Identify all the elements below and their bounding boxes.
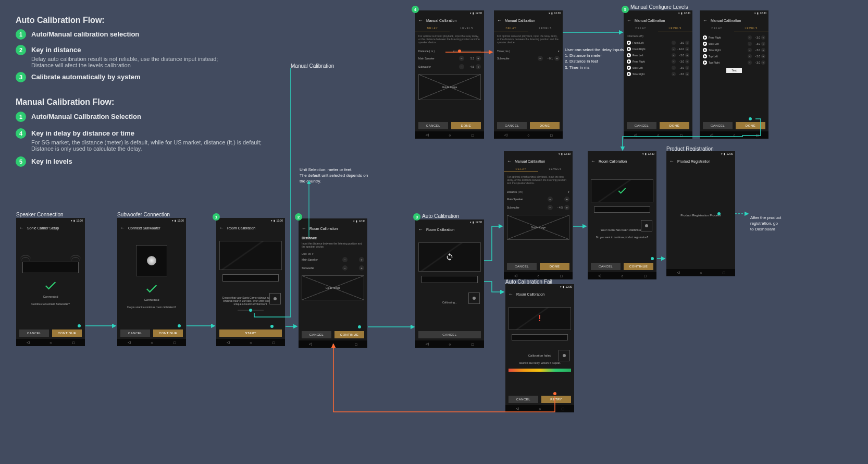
nav-recent-icon[interactable]: □ bbox=[723, 271, 725, 275]
nav-back-icon[interactable]: ◁ bbox=[128, 340, 130, 345]
tab-levels[interactable]: LEVELS bbox=[450, 25, 484, 31]
nav-recent-icon[interactable]: □ bbox=[472, 133, 474, 137]
continue-button[interactable]: CONTINUE bbox=[334, 331, 364, 338]
nav-home-icon[interactable]: ○ bbox=[250, 341, 252, 345]
back-icon[interactable]: ← bbox=[627, 18, 631, 23]
main-speaker-stepper[interactable]: −+ bbox=[342, 257, 364, 262]
back-icon[interactable]: ← bbox=[703, 18, 708, 23]
nav-recent-icon[interactable]: □ bbox=[756, 133, 758, 137]
nav-home-icon[interactable]: ○ bbox=[537, 274, 539, 278]
back-icon[interactable]: ← bbox=[120, 225, 125, 230]
done-button[interactable]: DONE bbox=[530, 122, 560, 129]
nav-home-icon[interactable]: ○ bbox=[700, 271, 702, 275]
done-button[interactable]: DONE bbox=[451, 122, 481, 129]
subwoofer-stepper[interactable]: −+ bbox=[342, 265, 364, 271]
cancel-button[interactable]: CANCEL bbox=[509, 396, 538, 403]
play-icon[interactable] bbox=[703, 54, 707, 58]
nav-home-icon[interactable]: ○ bbox=[449, 343, 451, 346]
play-icon[interactable] bbox=[703, 48, 707, 52]
play-icon[interactable] bbox=[627, 47, 631, 51]
test-button[interactable]: Test bbox=[726, 68, 742, 73]
back-icon[interactable]: ← bbox=[302, 226, 306, 231]
play-icon[interactable] bbox=[627, 53, 631, 57]
nav-home-icon[interactable]: ○ bbox=[49, 341, 52, 345]
nav-back-icon[interactable]: ◁ bbox=[598, 274, 601, 278]
start-button[interactable]: START bbox=[219, 329, 282, 337]
play-icon[interactable] bbox=[703, 42, 707, 46]
continue-button[interactable]: CONTINUE bbox=[153, 329, 183, 337]
nav-home-icon[interactable]: ○ bbox=[151, 341, 153, 345]
channel-stepper[interactable]: −- 3.0+ bbox=[672, 66, 689, 70]
nav-back-icon[interactable]: ◁ bbox=[227, 340, 229, 345]
back-icon[interactable]: ← bbox=[591, 158, 596, 164]
distance-slider[interactable] bbox=[455, 51, 481, 52]
play-icon[interactable] bbox=[627, 72, 631, 76]
main-speaker-stepper[interactable]: −+ bbox=[548, 197, 569, 202]
done-button[interactable]: DONE bbox=[540, 263, 569, 270]
nav-home-icon[interactable]: ○ bbox=[657, 133, 659, 137]
cancel-button[interactable]: CANCEL bbox=[120, 329, 150, 337]
play-icon[interactable] bbox=[627, 41, 631, 45]
cancel-button[interactable]: CANCEL bbox=[497, 122, 527, 129]
channel-stepper[interactable]: −- 3.0+ bbox=[672, 53, 689, 57]
nav-home-icon[interactable]: ○ bbox=[621, 274, 623, 278]
main-speaker-stepper[interactable]: −5.3+ bbox=[459, 56, 481, 61]
tab-delay[interactable]: DELAY bbox=[624, 25, 658, 31]
nav-back-icon[interactable]: ◁ bbox=[710, 133, 713, 137]
nav-home-icon[interactable]: ○ bbox=[449, 133, 451, 137]
tab-delay[interactable]: DELAY bbox=[494, 25, 528, 31]
back-icon[interactable]: ← bbox=[418, 227, 423, 232]
nav-recent-icon[interactable]: □ bbox=[472, 343, 474, 346]
nav-home-icon[interactable]: ○ bbox=[527, 133, 529, 137]
cancel-button[interactable]: CANCEL bbox=[507, 263, 537, 270]
nav-back-icon[interactable]: ◁ bbox=[426, 133, 428, 137]
nav-back-icon[interactable]: ◁ bbox=[27, 340, 29, 345]
chevron-down-icon[interactable]: ▾ bbox=[558, 50, 560, 53]
back-icon[interactable]: ← bbox=[497, 18, 502, 23]
nav-recent-icon[interactable]: □ bbox=[272, 341, 275, 345]
tab-delay[interactable]: DELAY bbox=[504, 166, 538, 172]
channel-stepper[interactable]: −- 3.0+ bbox=[672, 41, 689, 45]
channel-stepper[interactable]: −- 3.0+ bbox=[748, 60, 765, 65]
nav-recent-icon[interactable]: □ bbox=[560, 274, 562, 278]
channel-stepper[interactable]: −- 3.0+ bbox=[748, 48, 765, 52]
cancel-button[interactable]: CANCEL bbox=[591, 263, 621, 270]
cancel-button[interactable]: CANCEL bbox=[418, 122, 448, 129]
tab-levels[interactable]: LEVELS bbox=[528, 25, 563, 31]
continue-button[interactable]: CONTINUE bbox=[624, 263, 653, 270]
tab-delay[interactable]: DELAY bbox=[415, 25, 450, 31]
nav-recent-icon[interactable]: □ bbox=[562, 407, 564, 411]
back-icon[interactable]: ← bbox=[509, 291, 513, 297]
continue-button[interactable]: CONTINUE bbox=[52, 329, 82, 337]
retry-button[interactable]: RETRY bbox=[541, 396, 571, 403]
back-icon[interactable]: ← bbox=[219, 225, 224, 230]
play-icon[interactable] bbox=[627, 66, 631, 70]
nav-recent-icon[interactable]: □ bbox=[355, 343, 357, 346]
nav-back-icon[interactable]: ◁ bbox=[309, 342, 312, 346]
back-icon[interactable]: ← bbox=[507, 158, 512, 164]
play-icon[interactable] bbox=[627, 59, 631, 64]
done-button[interactable]: DONE bbox=[660, 122, 689, 129]
channel-stepper[interactable]: −- 3.0+ bbox=[672, 72, 689, 76]
channel-stepper[interactable]: −- 3.0+ bbox=[748, 54, 765, 58]
nav-back-icon[interactable]: ◁ bbox=[514, 274, 517, 278]
cancel-button[interactable]: CANCEL bbox=[703, 122, 733, 129]
tab-levels[interactable]: LEVELS bbox=[538, 166, 573, 172]
play-icon[interactable] bbox=[703, 60, 707, 65]
nav-recent-icon[interactable]: □ bbox=[173, 341, 176, 345]
channel-stepper[interactable]: −- 3.0+ bbox=[672, 59, 689, 64]
nav-back-icon[interactable]: ◁ bbox=[677, 271, 679, 275]
cancel-button[interactable]: CANCEL bbox=[418, 331, 481, 338]
subwoofer-stepper[interactable]: −- 4.5+ bbox=[548, 205, 569, 210]
progress-slider[interactable] bbox=[238, 310, 264, 311]
channel-stepper[interactable]: −- 3.0+ bbox=[748, 35, 765, 40]
nav-home-icon[interactable]: ○ bbox=[539, 407, 541, 411]
tab-levels[interactable]: LEVELS bbox=[734, 25, 768, 31]
nav-home-icon[interactable]: ○ bbox=[733, 133, 735, 137]
back-icon[interactable]: ← bbox=[418, 18, 423, 23]
cancel-button[interactable]: CANCEL bbox=[19, 329, 49, 337]
nav-back-icon[interactable]: ◁ bbox=[504, 133, 507, 137]
nav-recent-icon[interactable]: □ bbox=[680, 133, 682, 137]
nav-recent-icon[interactable]: □ bbox=[72, 341, 75, 345]
back-icon[interactable]: ← bbox=[19, 225, 24, 230]
